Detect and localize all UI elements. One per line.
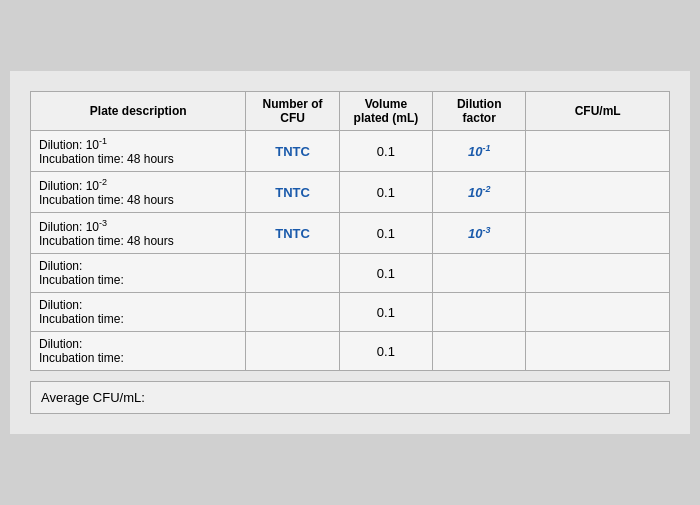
plate-desc-line1: Dilution: [39,298,82,312]
table-row: Dilution:Incubation time:0.1 [31,332,670,371]
plate-desc-line2: Incubation time: [39,351,124,365]
dilution-factor-cell [433,332,526,371]
cfu-ml-cell [526,293,670,332]
plate-desc-line2: Incubation time: 48 hours [39,152,174,166]
plate-desc-line2: Incubation time: [39,273,124,287]
num-cfu-cell: TNTC [246,172,339,213]
plate-desc-line2: Incubation time: [39,312,124,326]
table-row: Dilution:Incubation time:0.1 [31,293,670,332]
cfu-ml-cell [526,254,670,293]
average-label: Average CFU/mL: [41,390,145,405]
dilution-factor-cell: 10-3 [433,213,526,254]
vol-plated-cell: 0.1 [339,332,432,371]
cfu-ml-cell [526,172,670,213]
header-vol-plated: Volume plated (mL) [339,92,432,131]
plate-desc-line1: Dilution: [39,337,82,351]
plate-desc-line1: Dilution: 10-3 [39,220,107,234]
header-plate-desc: Plate description [31,92,246,131]
page-wrapper: Plate description Number of CFU Volume p… [10,71,690,434]
plate-desc-cell: Dilution: 10-3Incubation time: 48 hours [31,213,246,254]
num-cfu-cell: TNTC [246,131,339,172]
dilution-factor-cell: 10-2 [433,172,526,213]
plate-desc-cell: Dilution: 10-1Incubation time: 48 hours [31,131,246,172]
cfu-ml-cell [526,213,670,254]
table-row: Dilution: 10-2Incubation time: 48 hoursT… [31,172,670,213]
dilution-factor-cell [433,293,526,332]
plate-desc-line1: Dilution: [39,259,82,273]
plate-desc-cell: Dilution:Incubation time: [31,254,246,293]
plate-desc-cell: Dilution:Incubation time: [31,293,246,332]
cfu-ml-cell [526,131,670,172]
num-cfu-cell [246,254,339,293]
plate-desc-line2: Incubation time: 48 hours [39,234,174,248]
dilution-factor-cell: 10-1 [433,131,526,172]
plate-desc-cell: Dilution: 10-2Incubation time: 48 hours [31,172,246,213]
plate-desc-line2: Incubation time: 48 hours [39,193,174,207]
vol-plated-cell: 0.1 [339,131,432,172]
dilution-factor-cell [433,254,526,293]
plate-desc-line1: Dilution: 10-2 [39,179,107,193]
num-cfu-cell: TNTC [246,213,339,254]
cfu-ml-cell [526,332,670,371]
average-row: Average CFU/mL: [30,381,670,414]
num-cfu-cell [246,293,339,332]
vol-plated-cell: 0.1 [339,213,432,254]
vol-plated-cell: 0.1 [339,293,432,332]
plate-desc-cell: Dilution:Incubation time: [31,332,246,371]
table-row: Dilution: 10-3Incubation time: 48 hoursT… [31,213,670,254]
table-row: Dilution: 10-1Incubation time: 48 hoursT… [31,131,670,172]
header-dilution-factor: Dilution factor [433,92,526,131]
data-table: Plate description Number of CFU Volume p… [30,91,670,371]
plate-desc-line1: Dilution: 10-1 [39,138,107,152]
vol-plated-cell: 0.1 [339,254,432,293]
header-cfu-ml: CFU/mL [526,92,670,131]
num-cfu-cell [246,332,339,371]
vol-plated-cell: 0.1 [339,172,432,213]
table-row: Dilution:Incubation time:0.1 [31,254,670,293]
header-num-cfu: Number of CFU [246,92,339,131]
